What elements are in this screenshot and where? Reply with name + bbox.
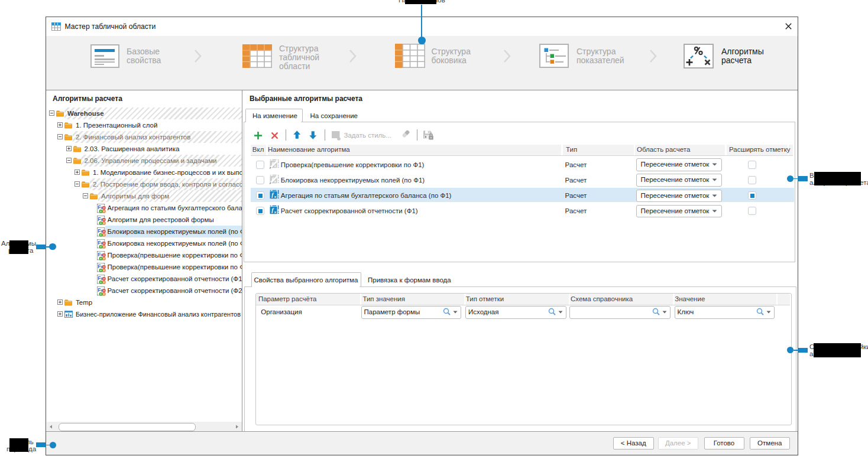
svg-text:x: x xyxy=(274,210,277,214)
svg-text:x: x xyxy=(274,194,277,198)
